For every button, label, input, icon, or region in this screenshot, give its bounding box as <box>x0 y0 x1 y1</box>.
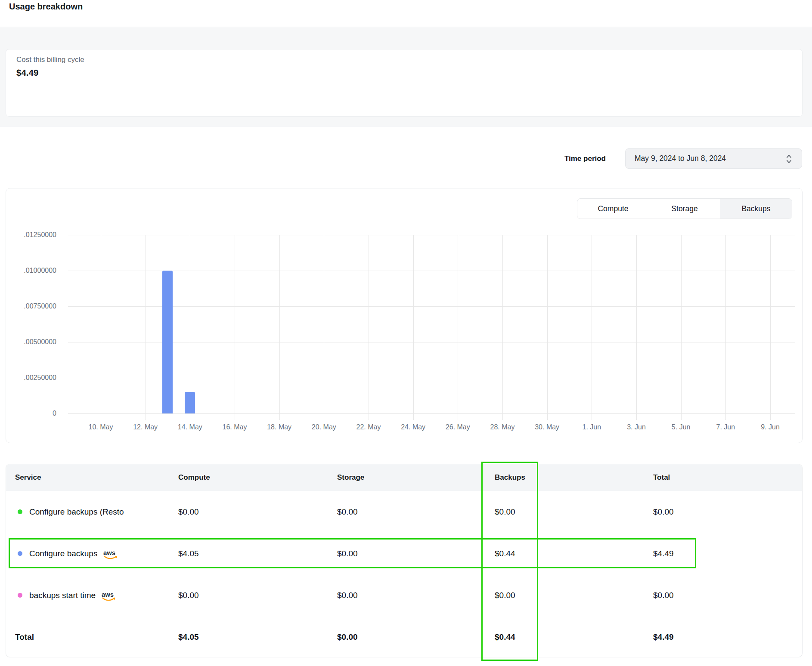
cell-service: backups start time aws <box>15 574 117 616</box>
y-gridline <box>68 271 795 271</box>
cell-backups: $0.00 <box>495 491 515 533</box>
table-row: Configure backups aws $4.05$0.00$0.44$4.… <box>6 533 802 574</box>
x-gridline <box>547 235 548 420</box>
x-axis-tick-label: 3. Jun <box>616 423 657 431</box>
table-total-row: Total$4.05$0.00$0.44$4.49 <box>6 616 802 657</box>
service-name: Configure backups (Resto <box>29 507 124 517</box>
cell-total-total: $4.49 <box>653 616 674 657</box>
x-axis-tick-label: 12. May <box>125 423 166 431</box>
service-name: backups start time <box>29 591 96 600</box>
x-axis-tick-label: 18. May <box>259 423 300 431</box>
column-header-compute: Compute <box>178 464 210 491</box>
y-gridline <box>68 342 795 342</box>
table-row: Configure backups (Resto $0.00$0.00$0.00… <box>6 491 802 533</box>
table-row: backups start time aws $0.00$0.00$0.00$0… <box>6 574 802 616</box>
usage-breakdown-page: Usage breakdown Cost this billing cycle … <box>0 0 812 666</box>
y-gridline <box>68 378 795 378</box>
x-gridline <box>725 235 726 420</box>
chart-metric-tabs: Compute Storage Backups <box>577 198 792 219</box>
cell-service: Configure backups aws <box>15 533 118 574</box>
billing-cycle-amount: $4.49 <box>16 68 38 78</box>
x-gridline <box>502 235 503 420</box>
cell-total-storage: $0.00 <box>337 616 358 657</box>
y-axis-tick-label: .01250000 <box>9 231 56 239</box>
usage-chart-card: Compute Storage Backups .01250000.010000… <box>6 188 803 443</box>
cell-compute: $0.00 <box>178 491 199 533</box>
x-axis-tick-label: 5. Jun <box>660 423 702 431</box>
cell-backups: $0.00 <box>495 574 515 616</box>
series-dot-icon <box>18 593 22 598</box>
x-axis-tick-label: 10. May <box>80 423 121 431</box>
time-period-value: May 9, 2024 to Jun 8, 2024 <box>635 149 726 168</box>
cell-service: Configure backups (Resto <box>15 491 124 533</box>
tab-storage[interactable]: Storage <box>649 199 720 219</box>
cell-total: $0.00 <box>653 491 674 533</box>
cell-storage: $0.00 <box>337 574 358 616</box>
x-gridline <box>681 235 682 420</box>
x-gridline <box>458 235 458 420</box>
y-gridline <box>68 413 795 414</box>
billing-summary-section: Cost this billing cycle $4.49 <box>0 27 812 127</box>
cell-total-label: Total <box>15 616 34 657</box>
x-axis-tick-label: 14. May <box>169 423 211 431</box>
y-axis-tick-label: .00750000 <box>9 302 56 310</box>
y-axis-tick-label: .00250000 <box>9 374 56 382</box>
x-axis-tick-label: 16. May <box>214 423 255 431</box>
tab-compute[interactable]: Compute <box>577 199 649 219</box>
x-axis-tick-label: 1. Jun <box>571 423 612 431</box>
column-header-storage: Storage <box>337 464 364 491</box>
time-period-select[interactable]: May 9, 2024 to Jun 8, 2024 <box>625 148 802 169</box>
x-axis-tick-label: 22. May <box>348 423 389 431</box>
aws-icon: aws <box>103 549 118 561</box>
x-axis-tick-label: 26. May <box>437 423 478 431</box>
usage-table-card: ServiceComputeStorageBackupsTotal Config… <box>6 464 803 657</box>
x-gridline <box>146 235 146 420</box>
x-axis-tick-label: 7. Jun <box>705 423 746 431</box>
x-gridline <box>413 235 414 420</box>
cell-compute: $0.00 <box>178 574 199 616</box>
cell-total-backups: $0.44 <box>495 616 515 657</box>
time-period-label: Time period <box>564 154 606 163</box>
y-axis-tick-label: .01000000 <box>9 267 56 274</box>
x-gridline <box>636 235 637 420</box>
usage-bar[interactable] <box>185 392 195 413</box>
y-gridline <box>68 306 795 307</box>
y-axis-tick-label: .00500000 <box>9 338 56 346</box>
column-header-total: Total <box>653 464 670 491</box>
x-axis-tick-label: 30. May <box>527 423 568 431</box>
x-gridline <box>235 235 235 420</box>
cell-total-compute: $4.05 <box>178 616 199 657</box>
tab-backups[interactable]: Backups <box>720 199 792 219</box>
column-header-backups: Backups <box>495 464 525 491</box>
billing-cost-card: Cost this billing cycle $4.49 <box>6 49 803 117</box>
x-axis-tick-label: 20. May <box>303 423 344 431</box>
x-gridline <box>101 235 101 420</box>
svg-text:aws: aws <box>103 549 115 556</box>
x-axis-tick-label: 28. May <box>482 423 523 431</box>
cell-backups: $0.44 <box>495 533 515 574</box>
billing-cycle-label: Cost this billing cycle <box>16 56 84 64</box>
cell-storage: $0.00 <box>337 533 358 574</box>
x-gridline <box>770 235 771 420</box>
cell-total: $0.00 <box>653 574 674 616</box>
svg-text:aws: aws <box>102 591 114 598</box>
time-period-row: Time period May 9, 2024 to Jun 8, 2024 <box>0 148 802 169</box>
page-title: Usage breakdown <box>9 2 83 12</box>
x-axis-tick-label: 9. Jun <box>750 423 791 431</box>
service-name: Configure backups <box>29 549 97 558</box>
usage-bar[interactable] <box>162 271 173 413</box>
y-gridline <box>68 235 795 235</box>
column-header-service: Service <box>15 464 41 491</box>
cell-storage: $0.00 <box>337 491 358 533</box>
series-dot-icon <box>18 509 22 514</box>
x-gridline <box>369 235 369 420</box>
aws-icon: aws <box>101 591 117 602</box>
cell-total: $4.49 <box>653 533 674 574</box>
y-axis-tick-label: 0 <box>9 410 56 417</box>
table-header-row: ServiceComputeStorageBackupsTotal <box>6 464 802 491</box>
x-axis-tick-label: 24. May <box>393 423 434 431</box>
x-gridline <box>324 235 324 420</box>
x-gridline <box>279 235 280 420</box>
select-updown-chevron-icon <box>786 154 792 164</box>
cell-compute: $4.05 <box>178 533 199 574</box>
